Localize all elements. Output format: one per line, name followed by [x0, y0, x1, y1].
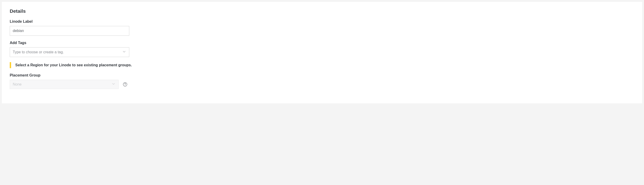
add-tags-placeholder: Type to choose or create a tag. [13, 50, 64, 54]
placement-group-value: None [13, 82, 22, 86]
notice-accent-bar [10, 62, 11, 68]
region-notice: Select a Region for your Linode to see e… [10, 62, 634, 68]
linode-label-label: Linode Label [10, 20, 634, 24]
placement-group-field: Placement Group None [10, 73, 634, 89]
chevron-down-icon [112, 82, 116, 87]
details-card: Details Linode Label Add Tags Type to ch… [2, 2, 642, 103]
add-tags-select[interactable]: Type to choose or create a tag. [10, 47, 129, 57]
add-tags-label: Add Tags [10, 41, 634, 45]
linode-label-field: Linode Label [10, 20, 634, 36]
svg-point-1 [125, 85, 125, 86]
linode-label-input[interactable] [10, 26, 129, 36]
placement-group-select: None [10, 80, 118, 89]
add-tags-field: Add Tags Type to choose or create a tag. [10, 41, 634, 57]
placement-group-row: None [10, 80, 634, 89]
placement-group-label: Placement Group [10, 73, 634, 77]
notice-text: Select a Region for your Linode to see e… [15, 63, 132, 67]
chevron-down-icon [122, 50, 126, 55]
section-title: Details [10, 8, 634, 14]
help-icon[interactable] [123, 82, 128, 87]
